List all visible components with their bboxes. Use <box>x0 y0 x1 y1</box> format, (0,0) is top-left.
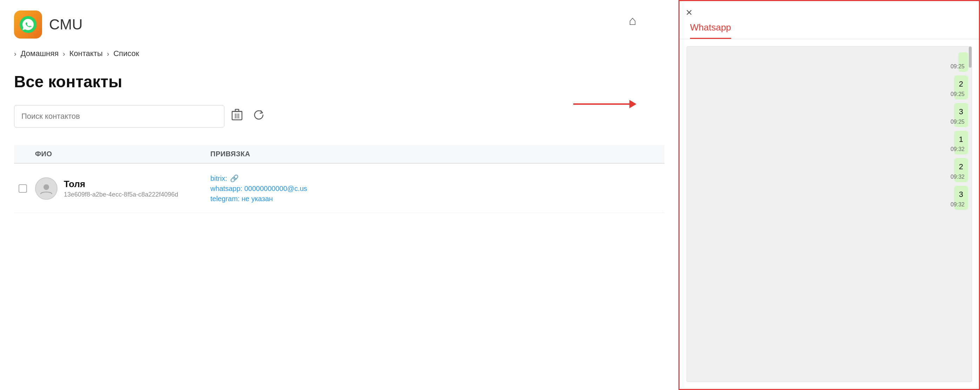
message-5: 2 09:32 <box>954 158 968 182</box>
message-6-time: 09:32 <box>951 201 964 208</box>
message-5-text: 2 <box>959 162 963 171</box>
breadcrumb: › Домашняя › Контакты › Список <box>14 49 665 58</box>
search-input[interactable] <box>14 105 224 128</box>
message-2: 2 09:25 <box>954 75 968 100</box>
modal-tabs: Whatsapp <box>679 1 979 39</box>
row-name-cell: Толя 13e609f8-a2be-4ecc-8f5a-c8a222f4096… <box>32 177 207 200</box>
left-panel: CMU ⌂ › Домашняя › Контакты › Список Все… <box>0 0 678 390</box>
breadcrumb-sep-2: › <box>63 50 65 58</box>
scrollbar-thumb[interactable] <box>969 47 972 68</box>
message-4-time: 09:32 <box>951 146 964 152</box>
breadcrumb-home[interactable]: Домашняя <box>21 49 59 58</box>
binding-telegram: telegram: не указан <box>210 195 661 203</box>
message-4: 1 09:32 <box>954 131 968 155</box>
header-binding-col: ПРИВЯЗКА <box>207 150 665 158</box>
link-icon[interactable]: 🔗 <box>230 174 239 182</box>
message-4-text: 1 <box>959 135 963 144</box>
page-title: Все контакты <box>14 72 665 91</box>
binding-bitrix-label: bitrix: <box>210 174 227 182</box>
app-title: CMU <box>49 16 83 33</box>
modal-close-button[interactable]: × <box>686 7 692 18</box>
delete-button[interactable] <box>231 109 243 124</box>
breadcrumb-contacts[interactable]: Контакты <box>69 49 103 58</box>
row-checkbox-cell <box>14 184 32 193</box>
row-binding-cell: bitrix: 🔗 whatsapp: 00000000000@c.us tel… <box>207 174 665 203</box>
binding-bitrix: bitrix: 🔗 <box>210 174 661 182</box>
app-logo <box>14 11 42 38</box>
header-checkbox-col <box>14 150 32 158</box>
message-3-text: 3 <box>959 107 963 116</box>
chat-area: 09:25 2 09:25 3 09:25 1 09:32 2 09:32 3 … <box>687 46 972 382</box>
modal-panel: × Whatsapp 09:25 2 09:25 3 09:25 1 09:32… <box>678 0 980 390</box>
table-header: ФИО ПРИВЯЗКА <box>14 145 665 163</box>
message-2-text: 2 <box>959 79 963 88</box>
message-6: 3 09:32 <box>954 186 968 210</box>
contact-id: 13e609f8-a2be-4ecc-8f5a-c8a222f4096d <box>64 191 178 198</box>
breadcrumb-sep-1: › <box>14 50 16 58</box>
header-name-col: ФИО <box>32 150 207 158</box>
toolbar-icons <box>231 109 265 124</box>
refresh-button[interactable] <box>253 109 265 124</box>
home-button[interactable]: ⌂ <box>629 13 636 28</box>
arrow-indicator <box>573 100 636 108</box>
tab-whatsapp[interactable]: Whatsapp <box>690 22 731 39</box>
app-header: CMU ⌂ <box>14 11 665 38</box>
contact-name: Толя <box>64 179 178 190</box>
breadcrumb-sep-3: › <box>107 50 110 58</box>
message-3: 3 09:25 <box>954 103 968 127</box>
message-1-time: 09:25 <box>951 63 964 70</box>
avatar <box>35 177 57 200</box>
breadcrumb-list[interactable]: Список <box>113 49 139 58</box>
binding-whatsapp: whatsapp: 00000000000@c.us <box>210 185 661 193</box>
contact-info: Толя 13e609f8-a2be-4ecc-8f5a-c8a222f4096… <box>64 179 178 198</box>
svg-point-7 <box>43 184 49 190</box>
message-1: 09:25 <box>958 52 968 72</box>
table-row: Толя 13e609f8-a2be-4ecc-8f5a-c8a222f4096… <box>14 164 665 213</box>
search-row <box>14 105 665 128</box>
message-3-time: 09:25 <box>951 119 964 125</box>
message-5-time: 09:32 <box>951 174 964 180</box>
row-checkbox[interactable] <box>19 184 27 193</box>
message-2-time: 09:25 <box>951 91 964 97</box>
message-6-text: 3 <box>959 190 963 199</box>
